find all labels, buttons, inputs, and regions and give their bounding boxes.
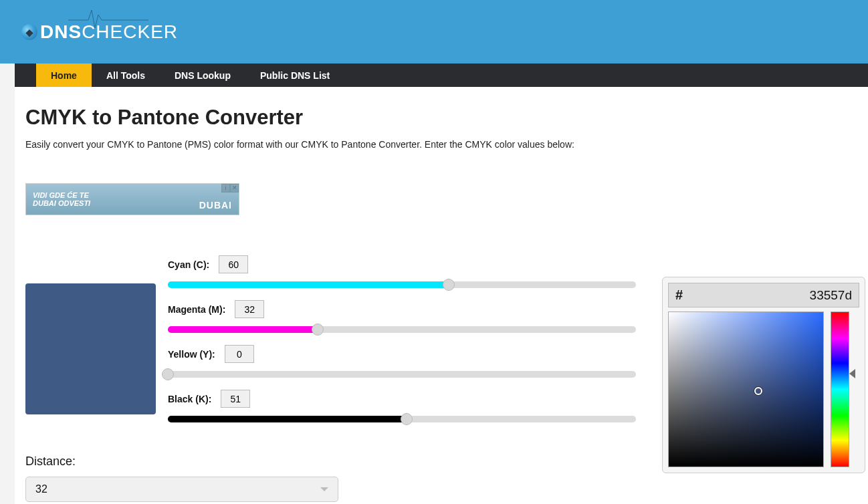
nav-home[interactable]: Home — [36, 64, 92, 87]
hex-hash: # — [675, 287, 683, 303]
distance-value: 32 — [35, 483, 47, 495]
yellow-slider[interactable] — [168, 371, 636, 378]
hex-value: 33557d — [683, 288, 852, 303]
slider-group-magenta: Magenta (M): — [168, 300, 636, 333]
color-preview — [25, 283, 156, 414]
logo[interactable]: DNSCHECKER — [21, 21, 178, 43]
magenta-thumb[interactable] — [312, 324, 324, 336]
slider-group-cyan: Cyan (C): — [168, 255, 636, 288]
nav-all-tools[interactable]: All Tools — [92, 64, 160, 87]
ad-info-icon[interactable]: i — [221, 184, 230, 193]
black-slider[interactable] — [168, 416, 636, 422]
black-input[interactable] — [221, 390, 250, 408]
saturation-value-panel[interactable] — [668, 311, 824, 467]
globe-pin-icon — [21, 24, 37, 40]
yellow-thumb[interactable] — [162, 368, 174, 380]
cyan-fill — [168, 281, 449, 288]
page-title: CMYK to Pantone Converter — [25, 106, 857, 130]
sv-cursor[interactable] — [754, 387, 762, 395]
sliders-panel: Cyan (C): Magenta (M): — [168, 255, 636, 434]
magenta-label: Magenta (M): — [168, 304, 225, 315]
slider-group-yellow: Yellow (Y): — [168, 345, 636, 378]
yellow-input[interactable] — [225, 345, 254, 363]
hue-bar[interactable] — [831, 311, 849, 467]
ad-text: VIDI GDE ĆE TE DUBAI ODVESTI — [33, 191, 90, 207]
magenta-slider[interactable] — [168, 326, 636, 333]
main-nav: Home All Tools DNS Lookup Public DNS Lis… — [15, 64, 868, 87]
cyan-thumb[interactable] — [443, 279, 455, 291]
page-description: Easily convert your CMYK to Pantone (PMS… — [25, 139, 857, 150]
black-label: Black (K): — [168, 394, 211, 404]
black-thumb[interactable] — [401, 413, 413, 425]
magenta-input[interactable] — [235, 300, 264, 318]
header-banner: DNSCHECKER — [0, 0, 868, 64]
hue-cursor[interactable] — [849, 369, 855, 378]
ad-line-2: DUBAI ODVESTI — [33, 199, 90, 207]
slider-group-black: Black (K): — [168, 390, 636, 422]
chevron-down-icon — [320, 487, 328, 491]
cyan-label: Cyan (C): — [168, 259, 209, 270]
ad-banner[interactable]: VIDI GDE ĆE TE DUBAI ODVESTI DUBAI i ✕ — [25, 183, 239, 215]
ad-brand: DUBAI — [199, 200, 232, 211]
black-fill — [168, 416, 407, 422]
distance-select[interactable]: 32 — [25, 477, 338, 502]
ad-line-1: VIDI GDE ĆE TE — [33, 191, 90, 199]
content-area: CMYK to Pantone Converter Easily convert… — [15, 87, 868, 504]
nav-dns-lookup[interactable]: DNS Lookup — [160, 64, 245, 87]
cyan-input[interactable] — [219, 255, 248, 273]
cyan-slider[interactable] — [168, 281, 636, 288]
color-picker-panel: # 33557d — [662, 277, 865, 473]
yellow-label: Yellow (Y): — [168, 349, 215, 360]
ad-close-icon[interactable]: ✕ — [230, 184, 239, 193]
hex-input-row[interactable]: # 33557d — [668, 283, 859, 307]
ad-badges: i ✕ — [221, 184, 239, 193]
nav-public-dns-list[interactable]: Public DNS List — [245, 64, 344, 87]
magenta-fill — [168, 326, 318, 333]
